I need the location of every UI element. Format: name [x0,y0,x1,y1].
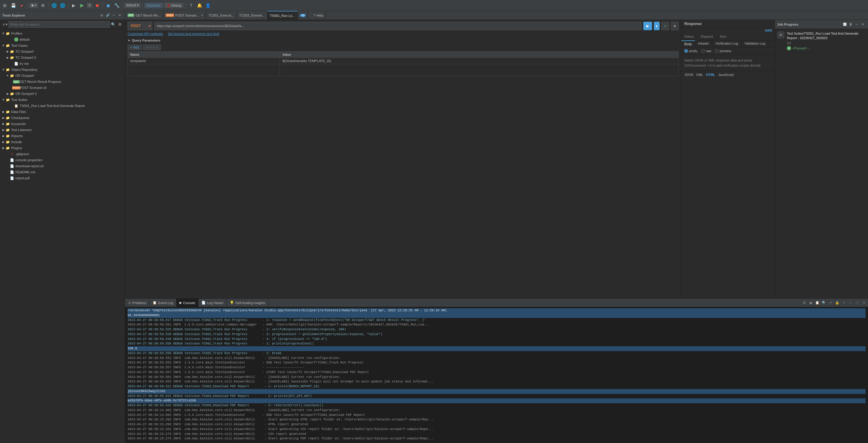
run-dropdown[interactable]: ▾ [87,3,92,8]
job-action-icon-2[interactable]: 🗑 [848,22,854,27]
toggle-reports[interactable]: ▶ [1,134,5,138]
tree-item-default[interactable]: default [0,36,125,42]
tab-get-bench[interactable]: GET GET Bench Re... [125,11,163,20]
console-wrap-btn[interactable]: ↩ [828,300,834,306]
link-editor-btn[interactable]: 🔗 [105,13,111,18]
tree-item-console-props[interactable]: 📄 console.properties [0,157,125,163]
console-filter-btn[interactable]: 🔍 [821,300,827,306]
toggle-test-listeners[interactable]: ▶ [1,128,5,132]
tree-item-or-octoperf-2[interactable]: ▶ 📁 OR Octoperf 2 [0,91,125,97]
tab-help[interactable]: ? Help [311,11,326,20]
katalon-logo-icon[interactable]: ◼ [105,2,112,9]
notification-icon[interactable]: 🔔 [196,2,203,9]
tree-item-gitignore[interactable]: ⬡ .gitignore [0,151,125,157]
toggle-tc-octoperf-2[interactable]: ▶ [5,56,10,60]
tree-item-tc-octoperf-2[interactable]: ▶ 📁 TC Octoperf 2 [0,55,125,61]
action-icon-1[interactable]: ⚙ [39,2,46,9]
tree-item-or-octoperf[interactable]: ▼ 📁 OR Octoperf [0,73,125,79]
web-icon-1[interactable]: 🌐 [50,2,58,9]
search-input[interactable] [8,21,110,28]
record-icon[interactable]: ▶ [70,2,77,9]
toggle-checkpoints[interactable]: ▶ [1,116,5,120]
tree-item-report-pdf[interactable]: 📄 report.pdf [0,175,125,181]
run-icon[interactable]: ▶ [79,2,86,9]
method-select[interactable]: POST GET PUT DELETE [128,22,152,30]
console-stop-btn[interactable]: ⏹ [808,300,814,306]
katalon-icon[interactable]: ● [18,2,25,9]
response-tab-body[interactable]: Body [681,40,695,47]
save-icon[interactable]: 💾 [10,2,17,9]
tree-item-keywords[interactable]: ▶ 📁 Keywords [0,121,125,127]
response-tab-header[interactable]: Header [695,40,712,47]
git-btn[interactable]: ◉ ▾ [29,3,38,8]
query-params-header[interactable]: ▼ Query Parameters [128,37,679,43]
toggle-test-cases[interactable]: ▼ [1,43,5,47]
format-js[interactable]: JavaScript [718,73,734,76]
stop-icon[interactable]: ⏹ [93,2,101,9]
format-raw-option[interactable]: raw [701,49,711,53]
console-tab-event-log[interactable]: 📋 Event Log [150,299,177,307]
console-tab-log-viewer[interactable]: 📄 Log Viewer [198,299,227,307]
tab-overflow[interactable]: +2 [298,11,308,20]
tab-ts001[interactable]: TS001_Run Lo... [268,11,298,20]
run-request-btn[interactable]: ▶ [643,22,652,30]
toggle-tc-octoperf[interactable]: ▶ [5,49,10,54]
tree-item-try-me[interactable]: 📄 try me [0,61,125,67]
console-tab-self-healing[interactable]: 💡 Self-healing Insights [227,299,269,307]
tree-item-include[interactable]: ▶ 📁 Include [0,139,125,145]
keyword-btn[interactable]: Keyword [145,3,163,8]
job-close-btn[interactable]: ✕ [860,22,866,27]
tree-item-readme[interactable]: 📄 README.md [0,169,125,175]
console-copy-btn[interactable]: 📋 [814,300,820,306]
response-tab-validation[interactable]: Validation Log [741,40,769,47]
tree-item-object-repo[interactable]: ▼ 📁 Object Repository [0,67,125,73]
toggle-keywords[interactable]: ▶ [1,122,5,126]
toggle-test-suites[interactable]: ▼ [1,98,5,102]
search-settings-btn[interactable]: ⚙ [116,21,123,28]
more-options-btn[interactable]: ▾ [671,22,679,30]
close-sidebar-btn[interactable]: ✕ [117,13,122,18]
response-tab-verification[interactable]: Verification Log [712,40,741,47]
default-profile-btn[interactable]: default ▾ [124,3,141,8]
toggle-plugins[interactable]: ▶ [1,146,5,150]
format-preview-option[interactable]: preview [715,49,731,53]
search-dropdown-btn[interactable]: ≡ ▾ [2,21,8,28]
customize-api-link[interactable]: Customize API methods [128,32,163,36]
toggle-profiles[interactable]: ▼ [1,31,5,36]
search-submit-btn[interactable]: 🔍 [110,21,116,28]
job-minimize-btn[interactable]: ─ [854,22,860,27]
tree-item-test-listeners[interactable]: ▶ 📁 Test Listeners [0,127,125,133]
tree-item-tc-octoperf[interactable]: ▶ 📁 TC Octoperf [0,48,125,55]
tab-post-scenario[interactable]: POST POST Scenari... ✕ [163,11,206,20]
add-param-btn[interactable]: + Add [128,44,142,50]
debug-btn[interactable]: 🐞 Debug [164,3,183,8]
param-name-0[interactable]: templateId [128,58,280,64]
console-tab-console[interactable]: ▶ Console [177,299,198,307]
format-json[interactable]: JSON [684,73,693,76]
toggle-object-repo[interactable]: ▼ [1,68,5,72]
add-request-btn[interactable]: + [661,22,669,30]
console-minimize-btn[interactable]: ─ [847,300,854,306]
tree-item-data-files[interactable]: ▶ 📁 Data Files [0,109,125,115]
har-link[interactable]: HAR [765,29,772,32]
param-value-empty[interactable] [280,64,679,76]
tree-item-ts001[interactable]: 📋 TS001_Run Load Test And Generate Repor… [0,103,125,109]
user-icon[interactable]: 👤 [204,2,211,9]
tab-tc003[interactable]: TC003_Downlo... [237,11,268,20]
console-close-btn[interactable]: ✕ [861,300,867,306]
tree-item-reports[interactable]: ▶ 📁 Reports [0,133,125,139]
tree-item-download-report[interactable]: 📄 download-report.sh [0,163,125,169]
url-input[interactable] [154,22,642,30]
tree-item-profiles[interactable]: ▼ 📁 Profiles [0,30,125,36]
param-name-empty[interactable] [128,64,280,76]
format-pretty-option[interactable]: pretty [684,49,698,53]
toggle-or-octoperf[interactable]: ▼ [5,73,10,78]
timeout-link[interactable]: Set timeout and response size limit [168,32,219,36]
tree-item-plugins[interactable]: ▶ 📁 Plugins [0,145,125,151]
katalon-icon-2[interactable]: 🔧 [113,2,120,9]
toggle-or-octoperf-2[interactable]: ▶ [5,92,10,96]
console-clear-btn[interactable]: ⊠ [801,300,807,306]
tree-item-checkpoints[interactable]: ▶ 📁 Checkpoints [0,115,125,121]
console-expand-btn[interactable]: ⤢ [841,300,847,306]
tab-close-post[interactable]: ✕ [201,13,203,17]
